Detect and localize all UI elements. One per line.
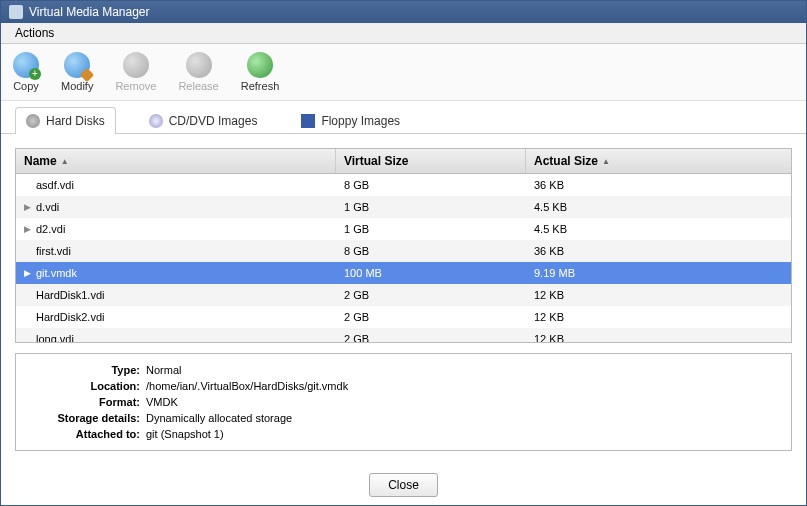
disk-name: first.vdi — [36, 245, 71, 257]
actual-size: 36 KB — [526, 245, 791, 257]
table-row[interactable]: ▶d2.vdi1 GB4.5 KB — [16, 218, 791, 240]
detail-location-label: Location: — [26, 378, 146, 394]
disk-name: long.vdi — [36, 333, 74, 342]
detail-attached-value: git (Snapshot 1) — [146, 426, 224, 442]
detail-location-value: /home/ian/.VirtualBox/HardDisks/git.vmdk — [146, 378, 348, 394]
detail-format-value: VMDK — [146, 394, 178, 410]
media-table: Name▲ Virtual Size Actual Size▲ asdf.vdi… — [15, 148, 792, 343]
hard-disk-icon — [26, 114, 40, 128]
app-icon — [9, 5, 23, 19]
content-area: Name▲ Virtual Size Actual Size▲ asdf.vdi… — [1, 134, 806, 465]
floppy-icon — [301, 114, 315, 128]
remove-icon — [123, 52, 149, 78]
detail-attached-label: Attached to: — [26, 426, 146, 442]
actual-size: 12 KB — [526, 289, 791, 301]
disk-name: HardDisk1.vdi — [36, 289, 104, 301]
virtual-size: 100 MB — [336, 267, 526, 279]
modify-button[interactable]: Modify — [57, 50, 97, 94]
tab-bar: Hard Disks CD/DVD Images Floppy Images — [1, 101, 806, 134]
virtual-size: 2 GB — [336, 333, 526, 342]
disk-name: d2.vdi — [36, 223, 65, 235]
toolbar: Copy Modify Remove Release Refresh — [1, 44, 806, 101]
detail-storage-label: Storage details: — [26, 410, 146, 426]
refresh-icon — [247, 52, 273, 78]
titlebar[interactable]: Virtual Media Manager — [1, 1, 806, 23]
disk-name: asdf.vdi — [36, 179, 74, 191]
table-row[interactable]: ▶git.vmdk100 MB9.19 MB — [16, 262, 791, 284]
table-row[interactable]: first.vdi8 GB36 KB — [16, 240, 791, 262]
detail-storage-value: Dynamically allocated storage — [146, 410, 292, 426]
disk-name: git.vmdk — [36, 267, 77, 279]
expander-icon[interactable]: ▶ — [24, 268, 32, 278]
footer: Close — [1, 465, 806, 505]
col-header-name[interactable]: Name▲ — [16, 149, 336, 173]
detail-type-label: Type: — [26, 362, 146, 378]
virtual-size: 8 GB — [336, 245, 526, 257]
remove-button: Remove — [111, 50, 160, 94]
details-panel: Type:Normal Location:/home/ian/.VirtualB… — [15, 353, 792, 451]
copy-icon — [13, 52, 39, 78]
virtual-size: 2 GB — [336, 311, 526, 323]
table-row[interactable]: HardDisk1.vdi2 GB12 KB — [16, 284, 791, 306]
virtual-size: 1 GB — [336, 201, 526, 213]
disk-name: d.vdi — [36, 201, 59, 213]
window-title: Virtual Media Manager — [29, 5, 150, 19]
release-button: Release — [174, 50, 222, 94]
modify-icon — [64, 52, 90, 78]
detail-type-value: Normal — [146, 362, 181, 378]
col-header-actual-size[interactable]: Actual Size▲ — [526, 149, 791, 173]
cd-icon — [149, 114, 163, 128]
col-header-virtual-size[interactable]: Virtual Size — [336, 149, 526, 173]
virtual-media-manager-window: Virtual Media Manager Actions Copy Modif… — [0, 0, 807, 506]
virtual-size: 2 GB — [336, 289, 526, 301]
actual-size: 12 KB — [526, 333, 791, 342]
tab-floppy[interactable]: Floppy Images — [290, 107, 411, 134]
table-header: Name▲ Virtual Size Actual Size▲ — [16, 149, 791, 174]
menu-actions[interactable]: Actions — [9, 24, 60, 42]
expander-icon[interactable]: ▶ — [24, 224, 32, 234]
menubar: Actions — [1, 23, 806, 44]
expander-icon[interactable]: ▶ — [24, 202, 32, 212]
actual-size: 4.5 KB — [526, 201, 791, 213]
sort-asc-icon: ▲ — [61, 157, 69, 166]
release-icon — [186, 52, 212, 78]
actual-size: 9.19 MB — [526, 267, 791, 279]
table-body[interactable]: asdf.vdi8 GB36 KB▶d.vdi1 GB4.5 KB▶d2.vdi… — [16, 174, 791, 342]
actual-size: 12 KB — [526, 311, 791, 323]
actual-size: 36 KB — [526, 179, 791, 191]
table-row[interactable]: long.vdi2 GB12 KB — [16, 328, 791, 342]
sort-asc-icon: ▲ — [602, 157, 610, 166]
copy-button[interactable]: Copy — [9, 50, 43, 94]
virtual-size: 1 GB — [336, 223, 526, 235]
tab-hard-disks[interactable]: Hard Disks — [15, 107, 116, 134]
tab-cd-dvd[interactable]: CD/DVD Images — [138, 107, 269, 134]
disk-name: HardDisk2.vdi — [36, 311, 104, 323]
table-row[interactable]: ▶d.vdi1 GB4.5 KB — [16, 196, 791, 218]
virtual-size: 8 GB — [336, 179, 526, 191]
actual-size: 4.5 KB — [526, 223, 791, 235]
table-row[interactable]: asdf.vdi8 GB36 KB — [16, 174, 791, 196]
refresh-button[interactable]: Refresh — [237, 50, 284, 94]
detail-format-label: Format: — [26, 394, 146, 410]
close-button[interactable]: Close — [369, 473, 438, 497]
table-row[interactable]: HardDisk2.vdi2 GB12 KB — [16, 306, 791, 328]
